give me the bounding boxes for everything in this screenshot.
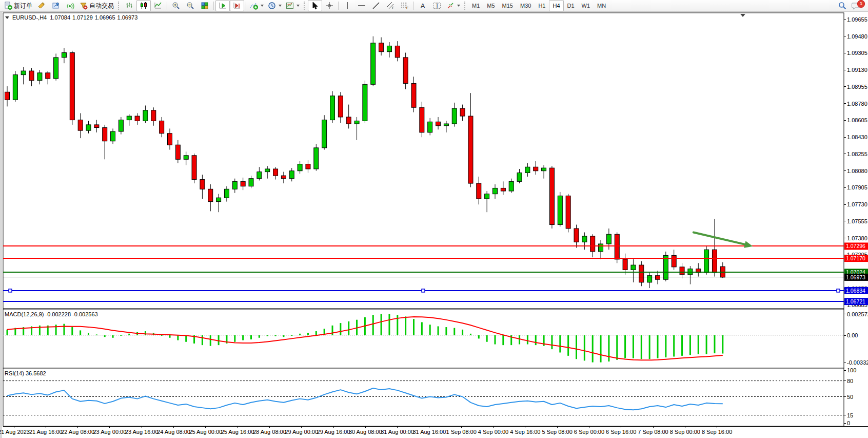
chart-canvas[interactable]: 1.096551.094801.093051.091301.089551.087… bbox=[0, 12, 868, 438]
zoom-out-button[interactable] bbox=[183, 0, 198, 11]
chart-symbol-period: EURUSD-,H4 bbox=[12, 14, 47, 21]
main-toolbar: 新订单 自动交易 bbox=[0, 0, 868, 12]
macd-histogram-bar bbox=[88, 333, 89, 335]
macd-histogram-bar bbox=[714, 335, 715, 353]
chart-shift-icon bbox=[233, 2, 241, 10]
candle bbox=[574, 228, 579, 242]
rsi-axis-tick-label: 50 bbox=[847, 394, 853, 400]
macd-histogram-bar bbox=[641, 335, 642, 359]
macd-histogram-bar bbox=[445, 327, 447, 335]
ohlc-low: 1.06965 bbox=[95, 14, 115, 21]
timeframe-w1-button[interactable]: W1 bbox=[578, 0, 594, 11]
timeframe-m1-button[interactable]: M1 bbox=[468, 0, 483, 11]
line-chart-button[interactable] bbox=[151, 0, 165, 11]
macd-histogram-bar bbox=[80, 330, 81, 335]
toolbar-drag-handle[interactable] bbox=[118, 2, 120, 10]
price-line-badge-label: 1.06721 bbox=[846, 298, 865, 304]
macd-histogram-bar bbox=[486, 335, 488, 342]
dropdown-caret[interactable] bbox=[457, 5, 460, 7]
chart-window[interactable]: 1.096551.094801.093051.091301.089551.087… bbox=[0, 12, 868, 436]
equidistant-channel-button[interactable]: E bbox=[383, 0, 398, 11]
candle bbox=[13, 75, 17, 100]
text-label-icon: T bbox=[433, 2, 441, 10]
candle bbox=[168, 134, 172, 145]
macd-histogram-bar bbox=[299, 334, 301, 335]
toolbar-separator bbox=[413, 2, 414, 10]
timeframe-m15-button[interactable]: M15 bbox=[499, 0, 517, 11]
autotrade-button[interactable]: 自动交易 bbox=[77, 0, 116, 11]
vertical-line-button[interactable] bbox=[340, 0, 354, 11]
templates-button[interactable] bbox=[284, 0, 302, 11]
periods-button[interactable] bbox=[266, 0, 284, 11]
candlestick-chart-button[interactable] bbox=[136, 0, 151, 11]
trendline-button[interactable] bbox=[369, 0, 383, 11]
line-selection-handle[interactable] bbox=[9, 289, 12, 292]
toolbar-drag-handle[interactable] bbox=[304, 2, 306, 10]
alerts-button[interactable] bbox=[34, 0, 49, 11]
search-button[interactable] bbox=[835, 0, 850, 11]
time-axis-label: 25 Aug 16:00 bbox=[221, 429, 254, 435]
timeframe-h4-button[interactable]: H4 bbox=[549, 0, 563, 11]
candle bbox=[704, 250, 709, 273]
svg-text:E: E bbox=[392, 6, 394, 10]
macd-histogram-bar bbox=[421, 322, 423, 335]
line-selection-handle[interactable] bbox=[422, 289, 425, 292]
zoom-in-button[interactable] bbox=[169, 0, 183, 11]
crosshair-button[interactable] bbox=[322, 0, 337, 11]
candle bbox=[411, 83, 416, 107]
dropdown-caret[interactable] bbox=[261, 5, 264, 7]
macd-histogram-bar bbox=[96, 334, 97, 335]
text-label-button[interactable]: T bbox=[430, 0, 444, 11]
candle bbox=[330, 96, 335, 120]
chart-shift-button[interactable] bbox=[230, 0, 244, 11]
tile-windows-button[interactable] bbox=[198, 0, 212, 11]
chart-title[interactable]: EURUSD-,H4 1.07084 1.07129 1.06965 1.069… bbox=[5, 14, 137, 21]
indicators-button[interactable] bbox=[248, 0, 266, 11]
bar-chart-icon bbox=[125, 2, 133, 10]
macd-histogram-bar bbox=[112, 335, 114, 338]
price-line-badge-label: 1.06973 bbox=[846, 274, 865, 280]
candle bbox=[281, 176, 286, 179]
main-chart-panel[interactable] bbox=[3, 13, 844, 309]
candle bbox=[452, 108, 457, 124]
candle bbox=[606, 234, 611, 244]
candle bbox=[46, 73, 50, 79]
macd-panel[interactable] bbox=[3, 309, 844, 368]
horizontal-line-button[interactable] bbox=[354, 0, 369, 11]
candle bbox=[175, 145, 180, 159]
notifications-button[interactable]: 1 bbox=[850, 0, 866, 11]
dropdown-caret[interactable] bbox=[279, 5, 282, 7]
text-button[interactable]: A bbox=[416, 0, 430, 11]
timeframe-m5-button[interactable]: M5 bbox=[483, 0, 498, 11]
tile-windows-icon bbox=[201, 2, 209, 10]
macd-axis-tick-label: 0.002572 bbox=[847, 311, 868, 317]
candle bbox=[590, 236, 595, 252]
bar-chart-button[interactable] bbox=[122, 0, 136, 11]
signals-button[interactable] bbox=[63, 0, 77, 11]
timeframe-mn-button[interactable]: MN bbox=[594, 0, 609, 11]
time-axis-label: 4 Sep 00:00 bbox=[478, 429, 508, 435]
macd-histogram-bar bbox=[722, 335, 723, 354]
svg-text:T: T bbox=[436, 3, 439, 9]
publish-button[interactable] bbox=[49, 0, 63, 11]
fibonacci-button[interactable]: F bbox=[398, 0, 412, 11]
timeframe-h1-button[interactable]: H1 bbox=[535, 0, 549, 11]
time-axis-label: 29 Aug 16:00 bbox=[317, 429, 350, 435]
chart-dropdown-icon[interactable] bbox=[5, 16, 9, 19]
candle bbox=[501, 188, 505, 191]
arrows-tool-button[interactable] bbox=[444, 0, 462, 11]
time-axis-label: 8 Sep 16:00 bbox=[702, 429, 732, 435]
time-axis-label: 29 Aug 00:00 bbox=[285, 429, 318, 435]
toolbar-drag-handle[interactable] bbox=[464, 2, 466, 10]
macd-histogram-bar bbox=[177, 335, 179, 340]
new-order-button[interactable]: 新订单 bbox=[2, 0, 34, 11]
timeframe-m30-button[interactable]: M30 bbox=[517, 0, 535, 11]
timeframe-d1-button[interactable]: D1 bbox=[564, 0, 578, 11]
macd-histogram-bar bbox=[202, 335, 203, 345]
macd-histogram-bar bbox=[453, 328, 455, 335]
line-selection-handle[interactable] bbox=[837, 289, 840, 292]
autoscroll-button[interactable] bbox=[215, 0, 230, 11]
macd-histogram-bar bbox=[657, 335, 659, 358]
cursor-button[interactable] bbox=[308, 0, 322, 11]
dropdown-caret[interactable] bbox=[297, 5, 300, 7]
